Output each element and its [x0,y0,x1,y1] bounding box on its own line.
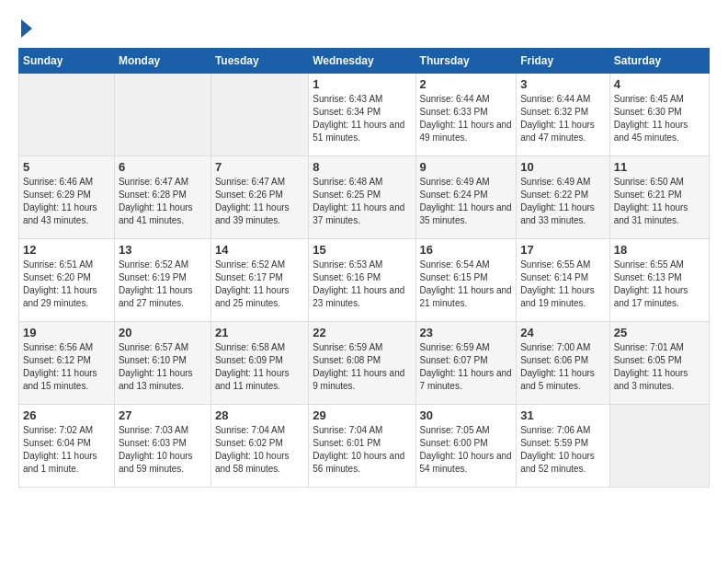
calendar-cell: 4Sunrise: 6:45 AM Sunset: 6:30 PM Daylig… [609,73,709,155]
day-info: Sunrise: 6:59 AM Sunset: 6:08 PM Dayligh… [313,341,411,393]
day-info: Sunrise: 6:49 AM Sunset: 6:24 PM Dayligh… [420,176,513,227]
day-number: 25 [614,326,705,339]
day-number: 7 [215,160,304,174]
day-number: 10 [520,160,606,174]
day-number: 5 [23,160,110,174]
day-info: Sunrise: 6:59 AM Sunset: 6:07 PM Dayligh… [420,341,513,393]
day-number: 14 [215,243,304,257]
day-info: Sunrise: 6:44 AM Sunset: 6:32 PM Dayligh… [520,93,606,144]
day-info: Sunrise: 6:49 AM Sunset: 6:22 PM Dayligh… [520,176,606,227]
day-info: Sunrise: 7:02 AM Sunset: 6:04 PM Dayligh… [23,424,110,476]
calendar-cell: 29Sunrise: 7:04 AM Sunset: 6:01 PM Dayli… [309,404,415,487]
day-number: 19 [23,326,110,339]
calendar-cell: 6Sunrise: 6:47 AM Sunset: 6:28 PM Daylig… [114,155,210,238]
day-info: Sunrise: 6:55 AM Sunset: 6:13 PM Dayligh… [614,259,705,310]
calendar-cell [210,73,308,155]
logo [18,18,32,39]
day-number: 21 [215,326,304,339]
calendar-cell: 13Sunrise: 6:52 AM Sunset: 6:19 PM Dayli… [114,238,210,321]
calendar-cell: 12Sunrise: 6:51 AM Sunset: 6:20 PM Dayli… [19,238,115,321]
weekday-header: Saturday [609,48,709,73]
calendar-cell: 11Sunrise: 6:50 AM Sunset: 6:21 PM Dayli… [609,155,709,238]
calendar-cell: 9Sunrise: 6:49 AM Sunset: 6:24 PM Daylig… [415,155,517,238]
day-number: 16 [420,243,513,257]
calendar-cell: 3Sunrise: 6:44 AM Sunset: 6:32 PM Daylig… [517,73,610,155]
calendar-cell: 31Sunrise: 7:06 AM Sunset: 5:59 PM Dayli… [517,404,610,487]
calendar-cell: 18Sunrise: 6:55 AM Sunset: 6:13 PM Dayli… [609,238,709,321]
day-number: 26 [23,408,110,422]
day-info: Sunrise: 7:04 AM Sunset: 6:01 PM Dayligh… [313,424,411,476]
day-number: 29 [313,408,411,422]
calendar-cell: 1Sunrise: 6:43 AM Sunset: 6:34 PM Daylig… [309,73,415,155]
day-info: Sunrise: 6:46 AM Sunset: 6:29 PM Dayligh… [23,176,110,227]
day-number: 27 [119,408,207,422]
day-info: Sunrise: 6:45 AM Sunset: 6:30 PM Dayligh… [614,93,705,144]
weekday-header: Tuesday [210,48,308,73]
day-info: Sunrise: 7:05 AM Sunset: 6:00 PM Dayligh… [420,424,513,476]
day-number: 9 [420,160,513,174]
calendar-week-row: 5Sunrise: 6:46 AM Sunset: 6:29 PM Daylig… [19,155,710,238]
calendar-cell: 21Sunrise: 6:58 AM Sunset: 6:09 PM Dayli… [210,321,308,404]
weekday-header: Sunday [19,48,115,73]
day-info: Sunrise: 6:57 AM Sunset: 6:10 PM Dayligh… [119,341,207,393]
calendar-cell: 15Sunrise: 6:53 AM Sunset: 6:16 PM Dayli… [309,238,415,321]
calendar-cell: 17Sunrise: 6:55 AM Sunset: 6:14 PM Dayli… [517,238,610,321]
day-number: 18 [614,243,705,257]
weekday-header: Wednesday [309,48,415,73]
calendar-header-row: SundayMondayTuesdayWednesdayThursdayFrid… [19,48,710,73]
day-number: 23 [420,326,513,339]
day-number: 6 [119,160,207,174]
day-info: Sunrise: 7:03 AM Sunset: 6:03 PM Dayligh… [119,424,207,476]
day-info: Sunrise: 7:01 AM Sunset: 6:05 PM Dayligh… [614,341,705,393]
day-info: Sunrise: 6:50 AM Sunset: 6:21 PM Dayligh… [614,176,705,227]
day-info: Sunrise: 6:47 AM Sunset: 6:26 PM Dayligh… [215,176,304,227]
day-number: 1 [313,77,411,91]
day-number: 24 [520,326,606,339]
day-info: Sunrise: 7:06 AM Sunset: 5:59 PM Dayligh… [520,424,606,476]
calendar-cell: 7Sunrise: 6:47 AM Sunset: 6:26 PM Daylig… [210,155,308,238]
day-info: Sunrise: 6:54 AM Sunset: 6:15 PM Dayligh… [420,259,513,310]
day-number: 13 [119,243,207,257]
day-number: 15 [313,243,411,257]
calendar-cell: 10Sunrise: 6:49 AM Sunset: 6:22 PM Dayli… [517,155,610,238]
calendar-cell: 2Sunrise: 6:44 AM Sunset: 6:33 PM Daylig… [415,73,517,155]
weekday-header: Monday [114,48,210,73]
calendar-cell: 14Sunrise: 6:52 AM Sunset: 6:17 PM Dayli… [210,238,308,321]
calendar-cell [114,73,210,155]
day-number: 2 [420,77,513,91]
day-number: 4 [614,77,705,91]
weekday-header: Friday [517,48,610,73]
day-number: 12 [23,243,110,257]
page-header [18,18,710,39]
calendar-cell: 19Sunrise: 6:56 AM Sunset: 6:12 PM Dayli… [19,321,115,404]
day-info: Sunrise: 6:56 AM Sunset: 6:12 PM Dayligh… [23,341,110,393]
calendar-cell: 16Sunrise: 6:54 AM Sunset: 6:15 PM Dayli… [415,238,517,321]
day-number: 17 [520,243,606,257]
calendar-cell: 5Sunrise: 6:46 AM Sunset: 6:29 PM Daylig… [19,155,115,238]
day-info: Sunrise: 6:44 AM Sunset: 6:33 PM Dayligh… [420,93,513,144]
calendar-cell [19,73,115,155]
calendar-week-row: 19Sunrise: 6:56 AM Sunset: 6:12 PM Dayli… [19,321,710,404]
day-info: Sunrise: 6:52 AM Sunset: 6:19 PM Dayligh… [119,259,207,310]
day-info: Sunrise: 7:04 AM Sunset: 6:02 PM Dayligh… [215,424,304,476]
calendar-cell: 24Sunrise: 7:00 AM Sunset: 6:06 PM Dayli… [517,321,610,404]
calendar-cell: 20Sunrise: 6:57 AM Sunset: 6:10 PM Dayli… [114,321,210,404]
day-info: Sunrise: 6:58 AM Sunset: 6:09 PM Dayligh… [215,341,304,393]
calendar-cell: 30Sunrise: 7:05 AM Sunset: 6:00 PM Dayli… [415,404,517,487]
calendar-cell: 25Sunrise: 7:01 AM Sunset: 6:05 PM Dayli… [609,321,709,404]
day-info: Sunrise: 6:43 AM Sunset: 6:34 PM Dayligh… [313,93,411,144]
calendar-cell: 28Sunrise: 7:04 AM Sunset: 6:02 PM Dayli… [210,404,308,487]
day-info: Sunrise: 6:53 AM Sunset: 6:16 PM Dayligh… [313,259,411,310]
day-info: Sunrise: 6:52 AM Sunset: 6:17 PM Dayligh… [215,259,304,310]
calendar-cell: 23Sunrise: 6:59 AM Sunset: 6:07 PM Dayli… [415,321,517,404]
calendar-table: SundayMondayTuesdayWednesdayThursdayFrid… [18,48,710,488]
calendar-cell [609,404,709,487]
calendar-week-row: 26Sunrise: 7:02 AM Sunset: 6:04 PM Dayli… [19,404,710,487]
calendar-week-row: 12Sunrise: 6:51 AM Sunset: 6:20 PM Dayli… [19,238,710,321]
day-info: Sunrise: 6:47 AM Sunset: 6:28 PM Dayligh… [119,176,207,227]
day-info: Sunrise: 6:55 AM Sunset: 6:14 PM Dayligh… [520,259,606,310]
calendar-cell: 22Sunrise: 6:59 AM Sunset: 6:08 PM Dayli… [309,321,415,404]
day-number: 8 [313,160,411,174]
day-info: Sunrise: 7:00 AM Sunset: 6:06 PM Dayligh… [520,341,606,393]
weekday-header: Thursday [415,48,517,73]
